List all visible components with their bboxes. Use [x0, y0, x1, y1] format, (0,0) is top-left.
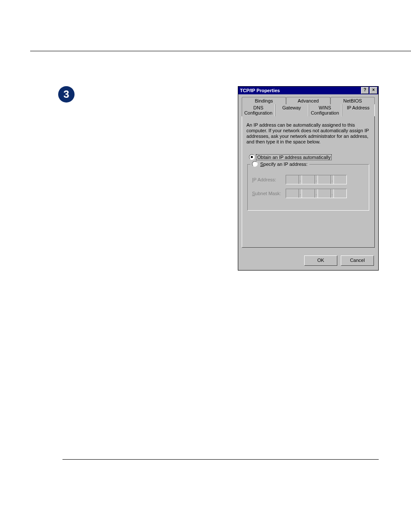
screenshot-column: TCP/IP Properties ? × Bindings Advanced … [238, 86, 379, 271]
radio-focus-ring: Obtain an IP address automatically [256, 154, 332, 160]
page-header [32, 26, 379, 65]
step-number-badge: 3 [58, 86, 75, 103]
tab-dns[interactable]: DNS Configuration [242, 104, 275, 116]
tabs-row-2: DNS Configuration Gateway WINS Configura… [242, 104, 375, 116]
radio-icon [249, 154, 255, 160]
subnet-mask-input[interactable]: . . . [286, 189, 347, 198]
radio-specify-ip[interactable]: Specify an IP address: [250, 161, 309, 167]
tab-netbios[interactable]: NetBIOS [330, 97, 375, 104]
dialog-title: TCP/IP Properties [240, 88, 280, 93]
footer-divider [62, 459, 379, 460]
radio-specify-ip-label: Specify an IP address: [260, 162, 308, 167]
ip-address-label: IP Address: [252, 177, 286, 182]
ip-address-input[interactable]: . . . [286, 175, 347, 184]
dialog-titlebar[interactable]: TCP/IP Properties ? × [238, 87, 378, 94]
step-row: 3 TCP/IP Properties ? × Bindings Advance… [58, 86, 379, 271]
tab-advanced[interactable]: Advanced [286, 97, 330, 104]
tab-bindings[interactable]: Bindings [242, 97, 286, 104]
header-divider [30, 51, 411, 51]
tab-wins[interactable]: WINS Configuration [308, 104, 342, 116]
tab-panel-ipaddress: An IP address can be automatically assig… [242, 116, 375, 248]
ip-description: An IP address can be automatically assig… [246, 122, 370, 145]
tab-gateway[interactable]: Gateway [275, 104, 308, 116]
help-icon[interactable]: ? [361, 87, 369, 94]
close-icon[interactable]: × [370, 87, 377, 94]
ok-button[interactable]: OK [304, 255, 337, 266]
tab-ipaddress[interactable]: IP Address [342, 104, 375, 116]
radio-obtain-auto[interactable]: Obtain an IP address automatically [249, 154, 370, 160]
dialog-body: Bindings Advanced NetBIOS DNS Configurat… [238, 94, 378, 252]
radio-icon [252, 161, 258, 167]
subnet-mask-row: Subnet Mask: . . . [252, 189, 364, 198]
document-page: 3 TCP/IP Properties ? × Bindings Advance… [0, 0, 411, 532]
tcpip-properties-dialog: TCP/IP Properties ? × Bindings Advanced … [238, 86, 379, 271]
tabs-row-1: Bindings Advanced NetBIOS [242, 97, 375, 104]
dialog-button-row: OK Cancel [238, 252, 378, 270]
radio-obtain-auto-label: Obtain an IP address automatically [257, 155, 330, 160]
subnet-mask-label: Subnet Mask: [252, 191, 286, 196]
ip-address-row: IP Address: . . . [252, 175, 364, 184]
cancel-button[interactable]: Cancel [341, 255, 374, 266]
step-number: 3 [63, 88, 69, 100]
specify-ip-group: Specify an IP address: IP Address: . . . [247, 164, 369, 211]
